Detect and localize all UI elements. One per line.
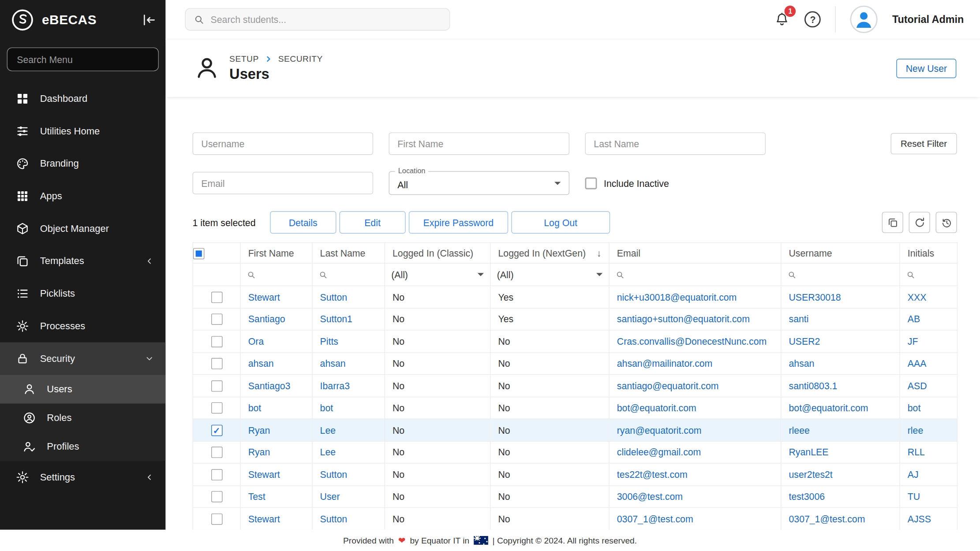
sidebar-item-templates[interactable]: Templates — [0, 245, 166, 278]
table-row[interactable]: Santiago3Ibarra3NoNosantiago@equatorit.c… — [193, 375, 957, 397]
row-checkbox[interactable] — [211, 469, 222, 480]
new-user-button[interactable]: New User — [896, 59, 956, 78]
row-checkbox[interactable] — [211, 447, 222, 458]
cell-last[interactable]: Sutton — [312, 463, 385, 485]
cell-first[interactable]: Ryan — [240, 441, 312, 463]
filter-cell-last-name[interactable] — [312, 263, 385, 286]
column-header-logged-in-classic[interactable]: Logged In (Classic) — [385, 243, 490, 264]
cell-username[interactable]: RyanLEE — [781, 441, 900, 463]
avatar[interactable] — [850, 6, 878, 33]
details-button[interactable]: Details — [270, 211, 336, 234]
cell-last[interactable]: bot — [312, 397, 385, 419]
filter-cell-initials[interactable] — [900, 263, 957, 286]
cell-last[interactable]: Ibarra3 — [312, 375, 385, 397]
email-filter-input[interactable] — [192, 172, 373, 194]
row-checkbox[interactable]: ✓ — [211, 424, 222, 436]
cell-last[interactable]: ahsan — [312, 352, 385, 374]
cell-last[interactable]: User — [312, 485, 385, 507]
sidebar-item-roles[interactable]: Roles — [0, 404, 166, 432]
cell-email[interactable]: tes22t@test.com — [609, 463, 781, 485]
cell-last[interactable]: Pitts — [312, 330, 385, 352]
cell-email[interactable]: nick+u30018@equatorit.com — [609, 286, 781, 308]
sidebar-item-processes[interactable]: Processes — [0, 310, 166, 343]
cell-username[interactable]: test3006 — [781, 485, 900, 507]
column-header-first-name[interactable]: First Name — [240, 243, 312, 264]
cell-username[interactable]: santi0803.1 — [781, 375, 900, 397]
cell-email[interactable]: santiago@equatorit.com — [609, 375, 781, 397]
cell-username[interactable]: USER30018 — [781, 286, 900, 308]
row-checkbox[interactable] — [211, 380, 222, 392]
sidebar-item-object-manager[interactable]: Object Manager — [0, 212, 166, 245]
cell-email[interactable]: clidelee@gmail.com — [609, 441, 781, 463]
cell-initials[interactable]: AJSS — [900, 507, 957, 529]
cell-last[interactable]: Lee — [312, 441, 385, 463]
row-checkbox[interactable] — [211, 514, 222, 525]
cell-first[interactable]: Stewart — [240, 463, 312, 485]
filter-cell-email[interactable] — [609, 263, 781, 286]
cell-email[interactable]: 3006@test.com — [609, 485, 781, 507]
cell-email[interactable]: ahsan@mailinator.com — [609, 352, 781, 374]
refresh-button[interactable] — [909, 212, 930, 233]
filter-cell-classic[interactable]: (All) — [385, 263, 490, 286]
column-header-last-name[interactable]: Last Name — [312, 243, 385, 264]
row-checkbox[interactable] — [211, 402, 222, 414]
table-row[interactable]: botbotNoNobot@equatorit.combot@equatorit… — [193, 397, 957, 419]
reset-filter-button[interactable]: Reset Filter — [890, 133, 957, 154]
cell-username[interactable]: USER2 — [781, 330, 900, 352]
cell-initials[interactable]: JF — [900, 330, 957, 352]
cell-last[interactable]: Sutton — [312, 507, 385, 529]
expire-password-button[interactable]: Expire Password — [409, 211, 508, 234]
column-header-email[interactable]: Email — [609, 243, 781, 264]
row-checkbox[interactable] — [211, 314, 222, 325]
cell-initials[interactable]: rlee — [900, 419, 957, 441]
cell-first[interactable]: Test — [240, 485, 312, 507]
cell-initials[interactable]: TU — [900, 485, 957, 507]
table-row[interactable]: RyanLeeNoNoclidelee@gmail.comRyanLEERLL — [193, 441, 957, 463]
sidebar-item-utilities-home[interactable]: Utilities Home — [0, 115, 166, 148]
cell-last[interactable]: Sutton1 — [312, 308, 385, 330]
filter-cell-nextgen[interactable]: (All) — [490, 263, 609, 286]
cell-first[interactable]: Santiago3 — [240, 375, 312, 397]
sidebar-item-dashboard[interactable]: Dashboard — [0, 82, 166, 115]
sidebar-item-settings[interactable]: Settings — [0, 461, 166, 494]
location-select[interactable]: Location All — [389, 171, 569, 195]
sidebar-item-profiles[interactable]: Profiles — [0, 432, 166, 461]
sidebar-item-branding[interactable]: Branding — [0, 147, 166, 180]
sidebar-search-input[interactable] — [7, 48, 159, 71]
table-row[interactable]: SantiagoSutton1NoYessantiago+sutton@equa… — [193, 308, 957, 330]
history-button[interactable] — [936, 212, 957, 233]
breadcrumb-setup[interactable]: SETUP — [229, 54, 259, 63]
students-search-input[interactable] — [211, 14, 441, 25]
last-name-filter-input[interactable] — [585, 132, 766, 155]
row-checkbox[interactable] — [211, 292, 222, 303]
cell-email[interactable]: Cras.convallis@DonecestNunc.com — [609, 330, 781, 352]
cell-first[interactable]: Stewart — [240, 286, 312, 308]
cell-first[interactable]: Ora — [240, 330, 312, 352]
cell-email[interactable]: 0307_1@test.com — [609, 507, 781, 529]
column-header-username[interactable]: Username — [781, 243, 900, 264]
cell-first[interactable]: Stewart — [240, 507, 312, 529]
row-checkbox[interactable] — [211, 358, 222, 369]
first-name-filter-input[interactable] — [389, 132, 569, 155]
cell-initials[interactable]: AB — [900, 308, 957, 330]
cell-username[interactable]: ahsan — [781, 352, 900, 374]
include-inactive-checkbox[interactable]: Include Inactive — [585, 177, 669, 189]
cell-initials[interactable]: bot — [900, 397, 957, 419]
cell-username[interactable]: rleee — [781, 419, 900, 441]
table-row[interactable]: StewartSuttonNoYesnick+u30018@equatorit.… — [193, 286, 957, 308]
cell-initials[interactable]: AJ — [900, 463, 957, 485]
cell-first[interactable]: Santiago — [240, 308, 312, 330]
cell-email[interactable]: santiago+sutton@equatorit.com — [609, 308, 781, 330]
cell-username[interactable]: user2tes2t — [781, 463, 900, 485]
cell-username[interactable]: 0307_1@test.com — [781, 507, 900, 529]
cell-username[interactable]: bot@equatorit.com — [781, 397, 900, 419]
row-checkbox[interactable] — [211, 491, 222, 503]
breadcrumb-security[interactable]: SECURITY — [278, 54, 323, 63]
cell-initials[interactable]: RLL — [900, 441, 957, 463]
table-row[interactable]: TestUserNoNo3006@test.comtest3006TU — [193, 485, 957, 507]
cell-initials[interactable]: ASD — [900, 375, 957, 397]
table-row[interactable]: ahsanahsanNoNoahsan@mailinator.comahsanA… — [193, 352, 957, 374]
sidebar-item-security[interactable]: Security — [0, 343, 166, 375]
checkbox-box[interactable] — [585, 177, 597, 189]
cell-first[interactable]: ahsan — [240, 352, 312, 374]
